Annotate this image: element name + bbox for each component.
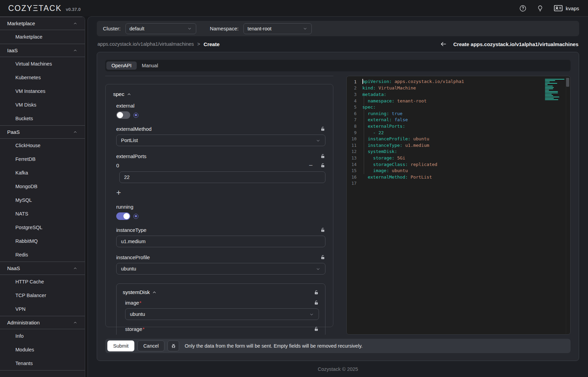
sidebar-section-naas[interactable]: NaaS xyxy=(0,262,85,275)
code-line[interactable]: 4 namespace: tenant-root xyxy=(347,98,570,104)
image-select[interactable]: ubuntu xyxy=(125,308,319,320)
remove-port-button[interactable]: − xyxy=(309,162,313,169)
back-arrow-icon[interactable] xyxy=(440,41,447,47)
sidebar-section-marketplace[interactable]: Marketplace xyxy=(0,17,85,30)
code-line[interactable]: 12 systemDisk: xyxy=(347,149,570,155)
system-disk-collapse-header[interactable]: systemDisk xyxy=(123,289,157,295)
instance-profile-value: ubuntu xyxy=(121,266,136,271)
context-bar: Cluster: default Namespace: tenant-root xyxy=(97,21,579,36)
sidebar-item-mongodb[interactable]: MongoDB xyxy=(0,180,85,193)
sidebar-section-iaas[interactable]: IaaS xyxy=(0,44,85,57)
sidebar-item-modules[interactable]: Modules xyxy=(0,343,85,357)
sidebar-item-kubernetes[interactable]: Kubernetes xyxy=(0,71,85,84)
spec-group: spec external xyxy=(105,84,333,327)
action-bar: Submit Cancel Only the data from the for… xyxy=(105,339,571,353)
sidebar-nav: MarketplaceMarketplaceIaaSVirtual Machin… xyxy=(0,16,85,377)
sidebar-item-rabbitmq[interactable]: RabbitMQ xyxy=(0,234,85,248)
sidebar-item-virtual-machines[interactable]: Virtual Machines xyxy=(0,57,85,71)
lock-icon[interactable] xyxy=(320,227,325,233)
code-line[interactable]: 8 externalPorts: xyxy=(347,123,570,129)
sidebar-section-label: Administration xyxy=(7,320,40,325)
submit-button[interactable]: Submit xyxy=(107,340,134,351)
lock-icon[interactable] xyxy=(314,326,319,332)
tab-bar: OpenAPIManual xyxy=(105,60,571,71)
chevron-up-icon xyxy=(73,321,77,325)
sidebar-section-paas[interactable]: PaaS xyxy=(0,125,85,139)
cancel-button[interactable]: Cancel xyxy=(137,340,164,351)
image-label: image* xyxy=(125,300,142,306)
editor-scrollbar[interactable] xyxy=(566,77,570,334)
chevron-up-icon xyxy=(73,266,77,270)
running-toggle[interactable] xyxy=(116,212,130,220)
namespace-select[interactable]: tenant-root xyxy=(243,23,312,34)
sidebar-item-mysql[interactable]: MySQL xyxy=(0,193,85,207)
lock-icon[interactable] xyxy=(314,290,319,295)
theme-lightbulb-icon[interactable] xyxy=(537,5,544,12)
sidebar-item-nats[interactable]: NATS xyxy=(0,207,85,221)
code-line[interactable]: 17 xyxy=(347,180,570,187)
code-line[interactable]: 3metadata: xyxy=(347,91,570,98)
lock-icon[interactable] xyxy=(320,163,325,168)
code-line[interactable]: 13 storage: 5Gi xyxy=(347,155,570,161)
code-line[interactable]: 14 storageClass: replicated xyxy=(347,161,570,168)
yaml-editor[interactable]: 1apiVersion: apps.cozystack.io/v1alpha12… xyxy=(346,76,571,335)
sidebar-item-marketplace[interactable]: Marketplace xyxy=(0,30,85,44)
sidebar-item-postgresql[interactable]: PostgreSQL xyxy=(0,221,85,234)
code-line[interactable]: 11 instanceType: u1.medium xyxy=(347,142,570,149)
code-line[interactable]: 15 image: ubuntu xyxy=(347,167,570,174)
code-line[interactable]: 2kind: VirtualMachine xyxy=(347,85,570,92)
breadcrumb-path[interactable]: apps.cozystack.io/v1alpha1/virtualmachin… xyxy=(97,41,194,47)
sidebar-item-redis[interactable]: Redis xyxy=(0,248,85,262)
tab-openapi[interactable]: OpenAPI xyxy=(106,61,137,70)
instance-profile-label: instanceProfile xyxy=(116,254,150,260)
instance-type-input[interactable] xyxy=(116,236,325,247)
running-reset-icon[interactable] xyxy=(133,214,138,219)
line-number: 16 xyxy=(347,174,362,180)
code-line[interactable]: 9 - 22 xyxy=(347,129,570,136)
code-line[interactable]: 10 instanceProfile: ubuntu xyxy=(347,136,570,142)
sidebar-item-tenants[interactable]: Tenants xyxy=(0,357,85,370)
external-reset-icon[interactable] xyxy=(133,113,138,118)
help-icon[interactable] xyxy=(519,5,526,12)
external-method-select[interactable]: PortList xyxy=(116,135,325,146)
code-line[interactable]: 5spec: xyxy=(347,104,570,110)
form-notice: Only the data from the form will be sent… xyxy=(185,343,362,349)
spec-collapse-header[interactable]: spec xyxy=(113,91,325,97)
sidebar-item-tcp-balancer[interactable]: TCP Balancer xyxy=(0,289,85,302)
code-line[interactable]: 1apiVersion: apps.cozystack.io/v1alpha1 xyxy=(347,79,570,85)
editor-minimap[interactable] xyxy=(545,79,565,101)
code-line[interactable]: 6 running: true xyxy=(347,110,570,117)
chevron-down-icon xyxy=(316,138,321,143)
code-line[interactable]: 16 externalMethod: PortList xyxy=(347,174,570,180)
cluster-label: Cluster: xyxy=(103,26,121,31)
lock-icon[interactable] xyxy=(320,126,325,131)
lock-icon[interactable] xyxy=(314,300,319,305)
bug-icon xyxy=(171,343,176,349)
sidebar-item-info[interactable]: Info xyxy=(0,329,85,343)
add-port-button[interactable]: + xyxy=(116,188,123,197)
editor-scrollbar-thumb[interactable] xyxy=(566,78,569,87)
lock-icon[interactable] xyxy=(320,154,325,159)
lock-icon[interactable] xyxy=(320,255,325,260)
sidebar-item-http-cache[interactable]: HTTP Cache xyxy=(0,275,85,289)
line-number: 9 xyxy=(347,130,362,135)
tab-manual[interactable]: Manual xyxy=(137,61,163,70)
sidebar-item-vm-disks[interactable]: VM Disks xyxy=(0,98,85,112)
sidebar-item-vpn[interactable]: VPN xyxy=(0,302,85,316)
sidebar-item-vm-instances[interactable]: VM Instances xyxy=(0,84,85,98)
debug-button[interactable] xyxy=(168,340,179,351)
code-line[interactable]: 7 external: false xyxy=(347,117,570,123)
sidebar-item-clickhouse[interactable]: ClickHouse xyxy=(0,139,85,152)
line-number: 3 xyxy=(347,92,362,97)
line-number: 17 xyxy=(347,181,362,186)
external-port-input[interactable] xyxy=(119,171,325,183)
running-label: running xyxy=(116,204,133,210)
sidebar-item-buckets[interactable]: Buckets xyxy=(0,112,85,125)
sidebar-item-kafka[interactable]: Kafka xyxy=(0,166,85,180)
external-toggle[interactable] xyxy=(116,111,130,119)
user-menu[interactable]: kvaps xyxy=(554,4,579,12)
instance-profile-select[interactable]: ubuntu xyxy=(116,263,325,275)
sidebar-section-administration[interactable]: Administration xyxy=(0,316,85,329)
sidebar-item-ferretdb[interactable]: FerretDB xyxy=(0,152,85,166)
cluster-select[interactable]: default xyxy=(125,23,196,34)
